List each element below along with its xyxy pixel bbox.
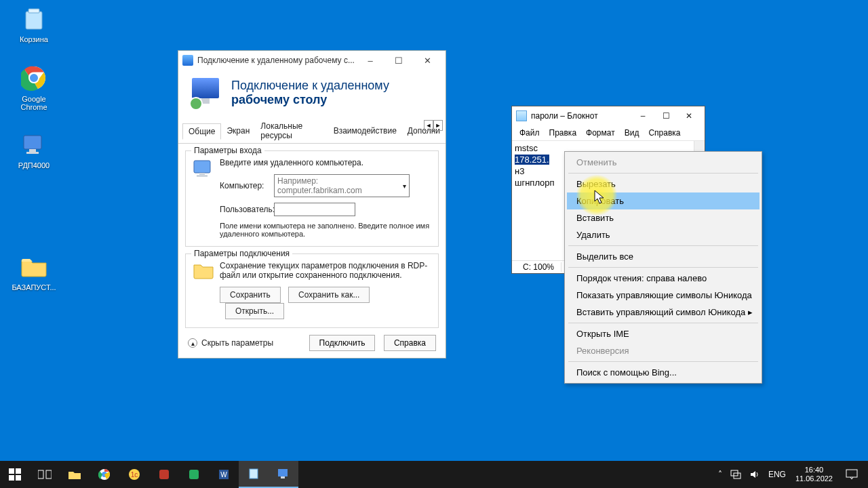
minimize-button[interactable]: –: [631, 109, 654, 123]
tray-language[interactable]: ENG: [764, 461, 790, 488]
maximize-button[interactable]: ☐: [654, 109, 677, 123]
separator: [568, 267, 758, 268]
clock-date: 11.06.2022: [795, 474, 833, 483]
help-button[interactable]: Справка: [384, 335, 436, 351]
tab-experience[interactable]: Взаимодействие: [328, 123, 402, 138]
svg-rect-14: [16, 475, 21, 481]
hide-options-link[interactable]: ▴ Скрыть параметры: [188, 338, 273, 348]
open-button[interactable]: Открыть...: [225, 303, 284, 319]
rdp-footer: ▴ Скрыть параметры Подключить Справка: [178, 328, 446, 358]
connect-button[interactable]: Подключить: [309, 335, 376, 351]
rdp-app-icon: [182, 55, 193, 66]
ctx-copy[interactable]: Копировать: [567, 192, 760, 209]
rdp-hero-icon: [191, 77, 223, 109]
taskbar-app-rdp[interactable]: [269, 461, 298, 488]
ctx-open-ime[interactable]: Открыть IME: [567, 325, 760, 342]
notepad-titlebar[interactable]: пароли – Блокнот – ☐ ✕: [512, 106, 705, 125]
svg-rect-30: [846, 470, 857, 477]
desktop-icon-recycle[interactable]: Корзина: [9, 4, 58, 43]
rdp-titlebar[interactable]: Подключение к удаленному рабочему с... –…: [178, 51, 446, 70]
menu-help[interactable]: Справка: [644, 127, 685, 139]
rdp-header-text: Подключение к удаленному рабочему столу: [231, 79, 389, 106]
clock-time: 16:40: [795, 466, 833, 474]
chevron-down-icon: ▾: [403, 182, 406, 190]
user-input[interactable]: [274, 203, 355, 216]
rdp-header-line1: Подключение к удаленному: [231, 79, 389, 93]
tray-network-icon[interactable]: [726, 461, 745, 488]
ctx-insert-unicode-label: Вставить управляющий символ Юникода: [576, 307, 745, 317]
close-button[interactable]: ✕: [413, 53, 441, 68]
rdp-title-text: Подключение к удаленному рабочему с...: [197, 56, 356, 65]
tray-volume-icon[interactable]: [745, 461, 764, 488]
taskbar-app-notepad[interactable]: [239, 461, 269, 488]
tab-display[interactable]: Экран: [221, 123, 255, 138]
start-button[interactable]: [0, 461, 30, 488]
group-connection-legend: Параметры подключения: [191, 249, 292, 258]
system-tray: ˄ ENG 16:40 11.06.2022: [714, 461, 868, 488]
desktop-icon-chrome[interactable]: Google Chrome: [9, 64, 58, 111]
svg-rect-15: [38, 470, 43, 479]
svg-rect-6: [29, 149, 36, 152]
taskview-button[interactable]: [30, 461, 60, 488]
taskbar-app-generic1[interactable]: [149, 461, 179, 488]
ctx-delete[interactable]: Удалить: [567, 226, 760, 243]
taskbar-app-generic2[interactable]: [179, 461, 209, 488]
svg-rect-22: [189, 470, 199, 479]
svg-rect-12: [16, 468, 21, 474]
minimize-button[interactable]: –: [356, 53, 384, 68]
login-intro: Введите имя удаленного компьютера.: [220, 158, 431, 167]
menu-format[interactable]: Формат: [581, 127, 620, 139]
action-center-button[interactable]: [838, 461, 865, 488]
tab-general[interactable]: Общие: [182, 123, 221, 140]
ctx-select-all[interactable]: Выделить все: [567, 248, 760, 265]
tab-scroll-right-button[interactable]: ►: [433, 120, 443, 131]
tray-overflow-button[interactable]: ˄: [714, 461, 726, 488]
chrome-icon: [20, 64, 48, 92]
rdp-header: Подключение к удаленному рабочему столу: [178, 70, 446, 119]
ctx-undo: Отменить: [567, 154, 760, 171]
close-button[interactable]: ✕: [677, 109, 701, 123]
svg-rect-8: [194, 161, 210, 173]
maximize-button[interactable]: ☐: [384, 53, 413, 68]
desktop-icon-label: РДП4000: [9, 161, 58, 169]
save-as-button[interactable]: Сохранить как...: [288, 287, 370, 303]
computer-label: Компьютер:: [220, 181, 274, 190]
taskbar: 1c W ˄ ENG 16:40 11.06.2022: [0, 461, 868, 488]
computer-combo[interactable]: Например: computer.fabrikam.com ▾: [274, 174, 410, 197]
desktop-icon-rdp4000[interactable]: РДП4000: [9, 130, 58, 169]
ctx-cut[interactable]: Вырезать: [567, 176, 760, 192]
notepad-menu: Файл Правка Формат Вид Справка: [512, 125, 705, 141]
ctx-insert-unicode[interactable]: Вставить управляющий символ Юникода ▸: [567, 304, 760, 321]
rdp-tabs: Общие Экран Локальные ресурсы Взаимодейс…: [178, 119, 446, 144]
menu-view[interactable]: Вид: [620, 127, 644, 139]
tab-scroll-left-button[interactable]: ◄: [424, 120, 433, 131]
conn-text: Сохранение текущих параметров подключени…: [220, 261, 431, 280]
chevron-up-icon: ▴: [188, 338, 197, 348]
ctx-show-unicode[interactable]: Показать управляющие символы Юникода: [567, 287, 760, 304]
tab-local-res[interactable]: Локальные ресурсы: [255, 119, 328, 143]
chevron-right-icon: ▸: [748, 307, 753, 317]
taskbar-app-1c[interactable]: 1c: [119, 461, 149, 488]
taskbar-app-word[interactable]: W: [209, 461, 239, 488]
text-selection: 178.251.: [515, 155, 549, 165]
tray-clock[interactable]: 16:40 11.06.2022: [790, 466, 838, 483]
notepad-title-text: пароли – Блокнот: [531, 111, 631, 121]
ctx-reconv: Реконверсия: [567, 342, 760, 359]
menu-edit[interactable]: Правка: [545, 127, 582, 139]
status-pos-label: С:: [523, 262, 531, 272]
svg-rect-13: [9, 475, 14, 481]
svg-rect-0: [26, 12, 42, 29]
svg-rect-25: [250, 469, 258, 479]
computer-icon: [193, 158, 214, 180]
ctx-paste[interactable]: Вставить: [567, 209, 760, 226]
taskbar-app-chrome[interactable]: [90, 461, 119, 488]
menu-file[interactable]: Файл: [515, 127, 545, 139]
svg-rect-10: [197, 175, 208, 177]
ctx-rtl[interactable]: Порядок чтения: справа налево: [567, 270, 760, 287]
save-button[interactable]: Сохранить: [220, 287, 281, 303]
separator: [568, 173, 758, 174]
group-login: Параметры входа Введите имя удаленного к…: [185, 150, 439, 247]
desktop-icon-folder[interactable]: БАЗАПУСТ...: [9, 252, 58, 291]
taskbar-app-explorer[interactable]: [60, 461, 90, 488]
ctx-bing[interactable]: Поиск с помощью Bing...: [567, 364, 760, 381]
